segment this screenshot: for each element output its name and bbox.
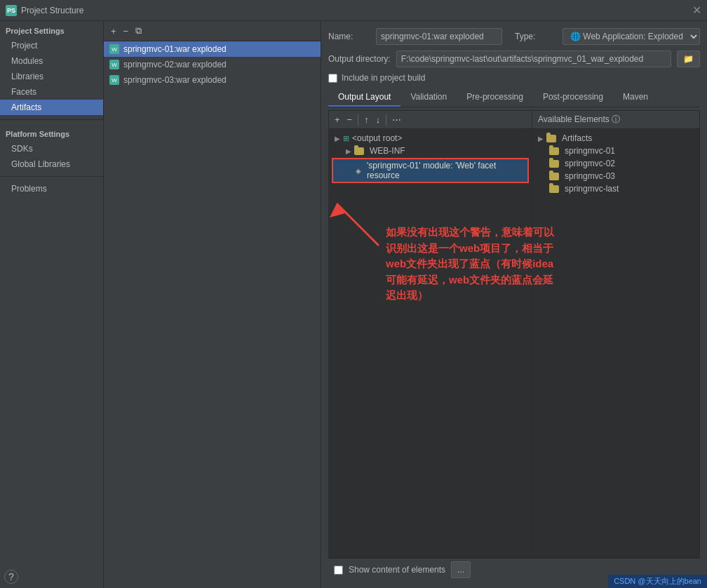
artifact-item-0[interactable]: W springmvc-01:war exploded bbox=[104, 41, 321, 57]
title-bar: PS Project Structure ✕ bbox=[0, 0, 707, 21]
output-dir-input[interactable] bbox=[396, 51, 671, 67]
tree-item-output-root[interactable]: ▶ ⊞ <output root> bbox=[329, 132, 532, 145]
help-button[interactable]: ? bbox=[4, 570, 18, 584]
tree-arrow-0: ▶ bbox=[335, 135, 340, 142]
web-artifact-icon-0: W bbox=[109, 44, 119, 54]
project-settings-title: Project Settings bbox=[0, 21, 103, 38]
type-label: Type: bbox=[515, 32, 557, 41]
elements-item-springmvc-02[interactable]: springmvc-02 bbox=[532, 157, 699, 170]
sidebar-divider bbox=[0, 119, 103, 120]
elements-item-springmvc-01[interactable]: springmvc-01 bbox=[532, 145, 699, 157]
tab-validation[interactable]: Validation bbox=[400, 88, 457, 107]
sidebar-item-global-libraries[interactable]: Global Libraries bbox=[0, 156, 103, 172]
artifact-item-label-0: springmvc-01:war exploded bbox=[123, 44, 227, 54]
tree-panel: + − ↑ ↓ ⋯ ▶ ⊞ bbox=[329, 111, 532, 557]
include-label: Include in project build bbox=[342, 73, 425, 83]
elements-arrow-0: ▶ bbox=[538, 135, 544, 142]
sidebar-item-sdks[interactable]: SDKs bbox=[0, 141, 103, 156]
tree-toolbar: + − ↑ ↓ ⋯ bbox=[329, 111, 532, 129]
name-input[interactable] bbox=[376, 28, 502, 45]
artifact-item-2[interactable]: W springmvc-03:war exploded bbox=[104, 72, 321, 88]
tree-add-button[interactable]: + bbox=[332, 113, 343, 126]
elements-content: ▶ Artifacts springmvc-01 springmvc-02 bbox=[532, 129, 699, 557]
platform-settings-title: Platform Settings bbox=[0, 124, 103, 141]
tab-postprocessing[interactable]: Post-processing bbox=[533, 88, 613, 107]
show-content-checkbox[interactable] bbox=[334, 566, 343, 575]
browse-button[interactable]: 📁 bbox=[677, 51, 700, 67]
web-artifact-icon-2: W bbox=[109, 75, 119, 85]
elements-item-artifacts[interactable]: ▶ Artifacts bbox=[532, 132, 699, 145]
window-title: Project Structure bbox=[21, 6, 83, 15]
tree-down-button[interactable]: ↓ bbox=[373, 113, 384, 126]
sidebar-divider-2 bbox=[0, 176, 103, 177]
tab-maven[interactable]: Maven bbox=[613, 88, 658, 107]
elements-item-label-3: springmvc-03 bbox=[565, 171, 615, 181]
show-content-label: Show content of elements bbox=[349, 565, 445, 575]
tab-output-layout[interactable]: Output Layout bbox=[328, 88, 400, 107]
folder-icon-webinf bbox=[354, 147, 364, 155]
web-artifact-icon-1: W bbox=[109, 60, 119, 69]
artifact-list-toolbar: + − ⧉ bbox=[104, 21, 321, 41]
name-label: Name: bbox=[328, 32, 370, 41]
elements-folder-icon-2 bbox=[549, 160, 559, 168]
tree-item-module[interactable]: ◈ 'springmvc-01' module: 'Web' facet res… bbox=[332, 158, 529, 183]
sidebar: Project Settings Project Modules Librari… bbox=[0, 21, 104, 588]
artifact-list: W springmvc-01:war exploded W springmvc-… bbox=[104, 41, 321, 588]
include-checkbox[interactable] bbox=[328, 74, 337, 83]
tree-toolbar-separator-2 bbox=[386, 114, 386, 126]
config-panel: Name: Type: 🌐 Web Application: Exploded … bbox=[321, 21, 707, 588]
output-root-icon: ⊞ bbox=[343, 134, 349, 143]
tree-content: ▶ ⊞ <output root> ▶ WEB-INF bbox=[329, 129, 532, 557]
elements-item-label-0: Artifacts bbox=[562, 133, 592, 143]
add-artifact-button[interactable]: + bbox=[108, 25, 119, 38]
tree-remove-button[interactable]: − bbox=[344, 113, 356, 126]
artifact-item-label-1: springmvc-02:war exploded bbox=[123, 60, 227, 69]
include-checkbox-row: Include in project build bbox=[328, 73, 700, 83]
sidebar-item-libraries[interactable]: Libraries bbox=[0, 69, 103, 84]
tree-item-webinf[interactable]: ▶ WEB-INF bbox=[329, 145, 532, 157]
elements-item-label-4: springmvc-last bbox=[565, 184, 619, 194]
app-icon: PS bbox=[6, 5, 17, 16]
sidebar-item-problems[interactable]: Problems bbox=[0, 181, 103, 196]
name-type-row: Name: Type: 🌐 Web Application: Exploded bbox=[328, 28, 700, 45]
elements-panel: Available Elements ⓘ ▶ Artifacts bbox=[532, 111, 699, 557]
sidebar-item-modules[interactable]: Modules bbox=[0, 53, 103, 69]
artifact-item-1[interactable]: W springmvc-02:war exploded bbox=[104, 57, 321, 72]
tree-toolbar-separator bbox=[358, 114, 358, 126]
elements-item-label-1: springmvc-01 bbox=[565, 146, 615, 156]
watermark: CSDN @天天向上的bean bbox=[608, 575, 707, 588]
tree-arrow-1: ▶ bbox=[346, 147, 351, 155]
tree-item-label-1: WEB-INF bbox=[370, 146, 405, 156]
bottom-more-button[interactable]: ... bbox=[451, 561, 471, 578]
tree-more-button[interactable]: ⋯ bbox=[389, 113, 404, 126]
copy-artifact-button[interactable]: ⧉ bbox=[133, 24, 144, 38]
split-area: + − ↑ ↓ ⋯ ▶ ⊞ bbox=[328, 110, 700, 558]
elements-header: Available Elements ⓘ bbox=[532, 111, 699, 129]
elements-folder-icon-1 bbox=[549, 147, 559, 155]
elements-folder-icon-3 bbox=[549, 173, 559, 180]
module-icon: ◈ bbox=[356, 167, 361, 175]
elements-item-springmvc-03[interactable]: springmvc-03 bbox=[532, 170, 699, 182]
tree-up-button[interactable]: ↑ bbox=[361, 113, 372, 126]
tab-preprocessing[interactable]: Pre-processing bbox=[457, 88, 533, 107]
output-dir-row: Output directory: 📁 bbox=[328, 51, 700, 67]
sidebar-item-artifacts[interactable]: Artifacts bbox=[0, 100, 103, 115]
elements-folder-icon-0 bbox=[546, 135, 556, 142]
artifact-item-label-2: springmvc-03:war exploded bbox=[123, 75, 227, 85]
output-dir-label: Output directory: bbox=[328, 54, 391, 64]
elements-item-springmvc-last[interactable]: springmvc-last bbox=[532, 182, 699, 195]
tree-item-label-2: 'springmvc-01' module: 'Web' facet resou… bbox=[367, 161, 522, 180]
available-elements-label: Available Elements ⓘ bbox=[538, 114, 620, 126]
sidebar-item-project[interactable]: Project bbox=[0, 38, 103, 53]
elements-item-label-2: springmvc-02 bbox=[565, 159, 615, 168]
elements-folder-icon-4 bbox=[549, 185, 559, 193]
sidebar-item-facets[interactable]: Facets bbox=[0, 84, 103, 100]
tabs-row: Output Layout Validation Pre-processing … bbox=[328, 88, 700, 107]
tree-item-label-0: <output root> bbox=[352, 133, 402, 143]
artifact-list-panel: + − ⧉ W springmvc-01:war exploded W spri… bbox=[104, 21, 321, 588]
type-select[interactable]: 🌐 Web Application: Exploded bbox=[563, 28, 700, 45]
remove-artifact-button[interactable]: − bbox=[121, 25, 132, 38]
close-button[interactable]: ✕ bbox=[692, 4, 701, 17]
